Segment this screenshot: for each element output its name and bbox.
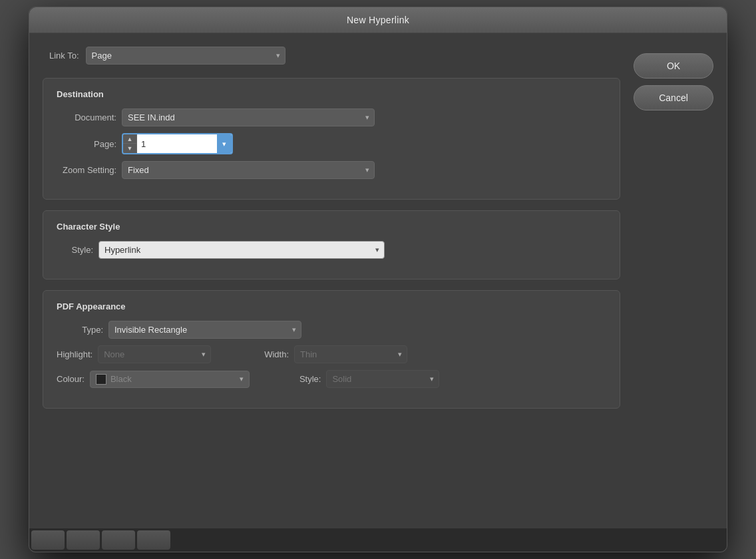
type-row: Type: Invisible Rectangle Visible Rectan…: [57, 321, 606, 339]
page-input-wrapper: ▲ ▼ ▾: [122, 133, 233, 154]
zoom-row: Zoom Setting: Fixed Inherit Zoom Fit Pag…: [57, 161, 606, 179]
highlight-label: Highlight:: [57, 349, 93, 359]
taskbar-item-3[interactable]: [102, 530, 135, 550]
zoom-wrapper: Fixed Inherit Zoom Fit Page Fit Width Fi…: [122, 161, 375, 179]
link-to-row: Link To: Page URL File Email Text Anchor…: [43, 47, 620, 65]
zoom-select[interactable]: Fixed Inherit Zoom Fit Page Fit Width Fi…: [122, 161, 375, 179]
highlight-wrapper: None Invert Outline Inset ▾: [98, 345, 211, 363]
zoom-label: Zoom Setting:: [57, 165, 116, 175]
type-label: Type:: [57, 325, 103, 335]
taskbar-item-1[interactable]: [31, 530, 65, 550]
link-to-label: Link To:: [49, 51, 79, 61]
taskbar-item-4[interactable]: [137, 530, 170, 550]
document-label: Document:: [57, 112, 116, 122]
destination-section: Destination Document: SEE IN.indd ▾ Page…: [43, 78, 620, 200]
highlight-width-row: Highlight: None Invert Outline Inset ▾: [57, 345, 606, 363]
cancel-button[interactable]: Cancel: [634, 85, 713, 110]
colour-style-row: Colour: Black ▾ Style:: [57, 370, 606, 388]
type-select[interactable]: Invisible Rectangle Visible Rectangle: [108, 321, 301, 339]
page-label: Page:: [57, 139, 116, 149]
style-select[interactable]: Hyperlink: [98, 241, 385, 259]
title-bar: New Hyperlink: [29, 7, 727, 33]
page-spinner: ▲ ▼: [123, 134, 137, 153]
link-to-select[interactable]: Page URL File Email Text Anchor: [86, 47, 285, 65]
style-label: Style:: [57, 245, 93, 255]
document-row: Document: SEE IN.indd ▾: [57, 108, 606, 126]
page-spinner-down[interactable]: ▼: [123, 144, 136, 153]
document-wrapper: SEE IN.indd ▾: [122, 108, 375, 126]
page-dropdown-btn[interactable]: ▾: [217, 134, 232, 153]
width-wrapper: Thin Medium Thick ▾: [294, 345, 407, 363]
colour-label: Colour:: [57, 374, 85, 384]
width-group: Width: Thin Medium Thick ▾: [264, 345, 407, 363]
style-pdf-wrapper: Solid Dashed ▾: [326, 370, 439, 388]
destination-title: Destination: [57, 89, 606, 99]
new-hyperlink-dialog: New Hyperlink Link To: Page URL File Ema…: [29, 7, 727, 552]
dialog-title: New Hyperlink: [347, 15, 409, 25]
width-select[interactable]: Thin Medium Thick: [294, 345, 407, 363]
width-label: Width:: [264, 349, 289, 359]
pdf-appearance-title: PDF Appearance: [57, 301, 606, 311]
taskbar: [29, 528, 727, 552]
highlight-select[interactable]: None Invert Outline Inset: [98, 345, 211, 363]
link-to-wrapper: Page URL File Email Text Anchor ▾: [86, 47, 285, 65]
taskbar-item-2[interactable]: [67, 530, 100, 550]
page-row: Page: ▲ ▼ ▾: [57, 133, 606, 154]
colour-display[interactable]: Black ▾: [90, 371, 250, 388]
colour-chevron-icon: ▾: [240, 375, 244, 383]
document-select[interactable]: SEE IN.indd: [122, 108, 375, 126]
page-number-input[interactable]: [137, 134, 217, 153]
character-style-section: Character Style Style: Hyperlink ▾: [43, 210, 620, 280]
side-buttons: OK Cancel: [634, 47, 713, 419]
highlight-group: Highlight: None Invert Outline Inset ▾: [57, 345, 211, 363]
type-wrapper: Invisible Rectangle Visible Rectangle ▾: [108, 321, 301, 339]
style-wrapper: Hyperlink ▾: [98, 241, 385, 259]
colour-swatch: [96, 374, 106, 385]
character-style-title: Character Style: [57, 222, 606, 232]
colour-value: Black: [110, 374, 132, 384]
style-row: Style: Hyperlink ▾: [57, 241, 606, 259]
pdf-appearance-section: PDF Appearance Type: Invisible Rectangle…: [43, 290, 620, 409]
style-pdf-group: Style: Solid Dashed ▾: [299, 370, 440, 388]
page-spinner-up[interactable]: ▲: [123, 134, 136, 144]
style-pdf-select[interactable]: Solid Dashed: [326, 370, 439, 388]
main-area: Link To: Page URL File Email Text Anchor…: [43, 47, 620, 419]
colour-wrapper: Black ▾: [90, 371, 250, 388]
ok-button[interactable]: OK: [634, 53, 713, 79]
colour-group: Colour: Black ▾: [57, 371, 250, 388]
style-pdf-label: Style:: [299, 374, 321, 384]
